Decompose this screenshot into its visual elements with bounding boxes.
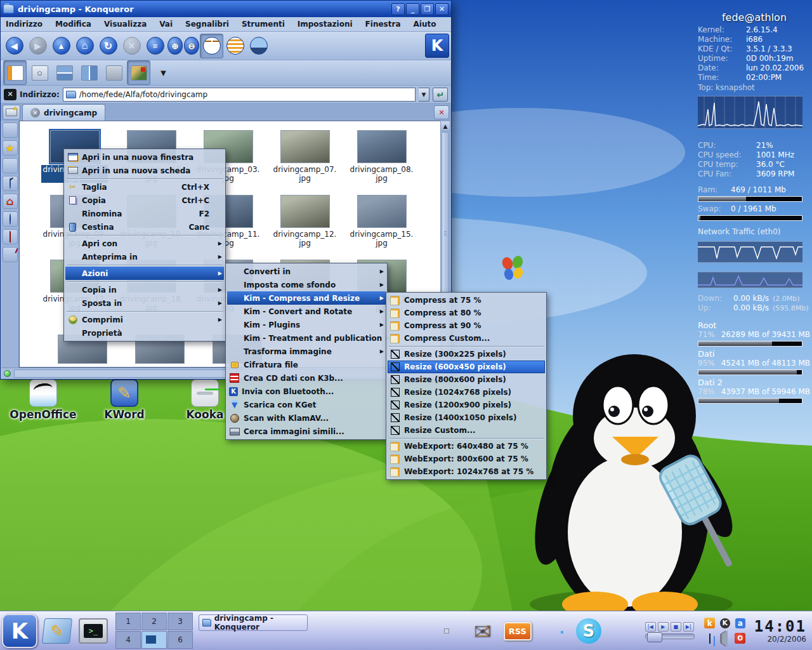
- toolbar-button[interactable]: [96, 34, 120, 58]
- menu-item[interactable]: Imposta come sfondo ▶: [227, 278, 386, 291]
- menu-item[interactable]: Compress at 90 %: [388, 319, 545, 332]
- sidebar-button[interactable]: [3, 158, 18, 173]
- toolbar-button[interactable]: [49, 34, 73, 58]
- menubar-item[interactable]: Visualizza: [104, 20, 147, 29]
- file-item[interactable]: drivingcamp_07.jpg: [266, 130, 343, 195]
- toolbar-button[interactable]: [77, 60, 101, 85]
- menu-item[interactable]: Rinomina F2: [65, 207, 224, 220]
- file-item[interactable]: drivingcamp_12.jpg: [266, 195, 343, 260]
- menu-item[interactable]: Azioni ▶: [65, 267, 224, 280]
- panel-launcher[interactable]: [467, 616, 497, 646]
- tray-icon[interactable]: [733, 632, 747, 646]
- toolbar-button[interactable]: [247, 34, 270, 58]
- menu-item[interactable]: Resize (800x600 pixels): [388, 373, 545, 386]
- tray-icon[interactable]: [718, 632, 732, 646]
- menu-item[interactable]: Proprietà: [65, 326, 224, 340]
- menu-item[interactable]: Cifratura file: [227, 358, 386, 371]
- toolbar-button[interactable]: [3, 60, 27, 85]
- menu-item[interactable]: Copia in ▶: [65, 283, 224, 296]
- menu-item[interactable]: Compress at 80 %: [388, 307, 545, 319]
- menu-item[interactable]: Cerca immagini simili...: [227, 425, 386, 438]
- menu-item[interactable]: Comprimi ▶: [65, 313, 224, 326]
- toolbar-button[interactable]: [152, 60, 175, 85]
- toolbar-button[interactable]: [127, 60, 150, 85]
- toolbar-button[interactable]: [183, 37, 200, 54]
- help-button[interactable]: ?: [391, 3, 405, 15]
- kmenu-button[interactable]: K: [2, 614, 37, 648]
- menu-item[interactable]: Apri con ▶: [65, 237, 224, 250]
- menu-item[interactable]: Compress at 75 %: [388, 294, 545, 307]
- media-button[interactable]: |◀: [645, 622, 656, 632]
- address-input[interactable]: /home/fede/Alfa/foto/drivingcamp: [63, 88, 416, 102]
- toolbar-button[interactable]: [120, 34, 143, 58]
- close-tab-button[interactable]: ✕: [434, 105, 449, 119]
- tray-icon[interactable]: [718, 616, 732, 630]
- toolbar-button[interactable]: [143, 34, 167, 58]
- menu-item[interactable]: Resize Custom...: [388, 424, 545, 437]
- menu-item[interactable]: Kim - Convert and Rotate ▶: [227, 305, 386, 318]
- menubar-item[interactable]: Modifica: [55, 20, 91, 29]
- sidebar-button[interactable]: [3, 194, 18, 209]
- menu-item[interactable]: Scan with KlamAV...: [227, 411, 386, 425]
- menu-item[interactable]: Sposta in ▶: [65, 296, 224, 310]
- scroll-up-icon[interactable]: ▲: [441, 121, 450, 131]
- pager-desktop[interactable]: 6: [167, 631, 193, 649]
- menu-item[interactable]: Resize (1024x768 pixels): [388, 386, 545, 399]
- menu-item[interactable]: Resize (1400x1050 pixels): [388, 411, 545, 424]
- media-button[interactable]: ▶: [658, 622, 669, 632]
- media-button[interactable]: ■: [671, 622, 681, 632]
- file-item[interactable]: drivingcamp_15.jpg: [343, 195, 420, 260]
- menu-item[interactable]: Trasforma immagine ▶: [227, 345, 386, 358]
- menubar-item[interactable]: Strumenti: [242, 20, 285, 29]
- toolbar-button[interactable]: [223, 34, 247, 58]
- menu-item[interactable]: Copia Ctrl+C: [65, 194, 224, 207]
- task-button-konqueror[interactable]: drivingcamp - Konqueror: [199, 614, 308, 631]
- address-dropdown-button[interactable]: ▼: [419, 88, 429, 102]
- pager-desktop[interactable]: 4: [115, 631, 141, 649]
- menu-item[interactable]: Compress Custom...: [388, 332, 545, 345]
- menu-item[interactable]: Crea CD dati con K3b...: [227, 371, 386, 385]
- menubar-item[interactable]: Indirizzo: [6, 20, 43, 29]
- new-tab-button[interactable]: [3, 105, 20, 120]
- sidebar-button[interactable]: [3, 247, 18, 262]
- quicklaunch-pencil[interactable]: [41, 614, 74, 647]
- menubar-item[interactable]: Segnalibri: [185, 20, 229, 29]
- menu-item[interactable]: Invia con Bluetooth...: [227, 385, 386, 398]
- desktop-icon-openoffice[interactable]: OpenOffice: [8, 379, 79, 421]
- go-button[interactable]: ↵: [433, 88, 448, 102]
- toolbar-button[interactable]: [167, 37, 183, 54]
- menu-item[interactable]: Resize (300x225 pixels): [388, 348, 545, 361]
- clear-location-icon[interactable]: ✕: [4, 89, 16, 100]
- sidebar-button[interactable]: [3, 211, 18, 227]
- sidebar-button[interactable]: [3, 123, 18, 138]
- menu-item[interactable]: Anteprima in ▶: [65, 250, 224, 263]
- menu-item[interactable]: Kim - Compress and Resize ▶: [227, 291, 386, 305]
- toolbar-button[interactable]: [200, 34, 223, 58]
- toolbar-button[interactable]: [73, 34, 96, 58]
- menu-item[interactable]: Resize (1200x900 pixels): [388, 399, 545, 411]
- menu-item[interactable]: WebExport: 800x600 at 75 %: [388, 453, 545, 465]
- menu-item[interactable]: Kim - Plugins ▶: [227, 318, 386, 331]
- maximize-button[interactable]: ❐: [421, 3, 434, 15]
- menu-item[interactable]: Converti in ▶: [227, 265, 386, 278]
- menubar-item[interactable]: Vai: [159, 20, 173, 29]
- pager-desktop[interactable]: 5: [141, 631, 167, 649]
- toolbar-button[interactable]: [102, 60, 126, 85]
- toolbar-button[interactable]: [28, 60, 51, 85]
- panel-launcher[interactable]: [431, 616, 462, 646]
- menu-item[interactable]: Apri in una nuova scheda: [65, 164, 224, 177]
- menubar-item[interactable]: Aiuto: [413, 20, 436, 29]
- tray-icon[interactable]: [733, 616, 747, 630]
- media-button[interactable]: ▶|: [683, 622, 694, 632]
- panel-launcher[interactable]: [573, 616, 604, 646]
- desktop-icon-kword[interactable]: KWord: [89, 379, 160, 421]
- menu-item[interactable]: WebExport: 640x480 at 75 %: [388, 440, 545, 453]
- menu-item[interactable]: Scarica con KGet: [227, 398, 386, 411]
- pager-desktop[interactable]: 2: [141, 613, 167, 630]
- pager-desktop[interactable]: 3: [167, 613, 193, 630]
- sidebar-button[interactable]: [3, 140, 18, 156]
- menu-item[interactable]: Cestina Canc: [65, 220, 224, 234]
- tab-drivingcamp[interactable]: ✕ drivingcamp: [22, 104, 105, 121]
- menubar-item[interactable]: Impostazioni: [298, 20, 353, 29]
- volume-slider[interactable]: [645, 633, 695, 639]
